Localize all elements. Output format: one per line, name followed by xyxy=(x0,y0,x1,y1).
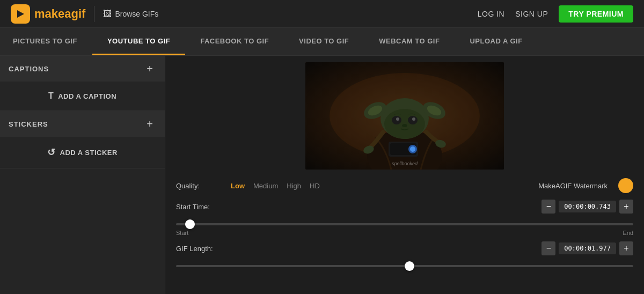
gif-length-slider-container xyxy=(172,259,638,274)
start-time-increase[interactable]: + xyxy=(619,200,633,214)
add-caption-action[interactable]: T ADD A CAPTION xyxy=(0,82,165,111)
quality-options: Low Medium High HD xyxy=(231,182,320,190)
controls: Quality: Low Medium High HD MakeAGIF Wat… xyxy=(172,170,638,276)
header-divider xyxy=(94,6,94,22)
browse-label: Browse GIFs xyxy=(115,10,158,18)
svg-point-9 xyxy=(410,146,415,152)
gif-length-control: − 00:00:01.977 + xyxy=(541,241,633,255)
slider-start-label: Start xyxy=(176,230,188,236)
logo-text: makeagif xyxy=(34,7,85,21)
start-time-row: Start Time: − 00:00:00.743 + xyxy=(172,196,638,217)
add-sticker-btn[interactable]: + xyxy=(143,117,156,130)
gif-length-label: GIF Length: xyxy=(176,245,224,253)
start-time-control: − 00:00:00.743 + xyxy=(541,200,633,214)
tab-facebook[interactable]: FACEBOOK TO GIF xyxy=(185,28,284,55)
logo-icon xyxy=(11,4,30,24)
tab-video-label: VIDEO TO GIF xyxy=(299,37,349,45)
svg-point-18 xyxy=(396,117,399,121)
gif-length-increase[interactable]: + xyxy=(619,241,633,255)
stickers-section: STICKERS + ↺ ADD A STICKER xyxy=(0,111,165,168)
tab-pictures[interactable]: PICTURES TO GIF xyxy=(0,28,92,55)
add-caption-btn[interactable]: + xyxy=(143,62,156,75)
browse-icon: 🖼 xyxy=(103,9,112,19)
svg-marker-0 xyxy=(17,10,24,18)
quality-row: Quality: Low Medium High HD MakeAGIF Wat… xyxy=(172,175,638,196)
stickers-title: STICKERS xyxy=(9,120,48,128)
gif-svg xyxy=(305,62,504,170)
start-time-label: Start Time: xyxy=(176,203,224,211)
gif-length-row: GIF Length: − 00:00:01.977 + xyxy=(172,238,638,259)
add-sticker-action[interactable]: ↺ ADD A STICKER xyxy=(0,137,165,168)
slider-end-label: End xyxy=(623,230,633,236)
start-time-slider-container: Start End xyxy=(172,217,638,238)
captions-title: CAPTIONS xyxy=(9,65,49,73)
slider-labels: Start End xyxy=(176,230,633,236)
watermark-label: MakeAGIF Watermark xyxy=(538,182,608,190)
tab-video[interactable]: VIDEO TO GIF xyxy=(284,28,364,55)
start-time-thumb[interactable] xyxy=(185,219,195,229)
stickers-header: STICKERS + xyxy=(0,111,165,137)
add-sticker-label: ADD A STICKER xyxy=(60,149,118,157)
nav-tabs: PICTURES TO GIF YOUTUBE TO GIF FACEBOOK … xyxy=(0,28,644,56)
gif-length-thumb[interactable] xyxy=(405,261,414,271)
tab-youtube[interactable]: YOUTUBE TO GIF xyxy=(92,28,185,55)
main-content: CAPTIONS + T ADD A CAPTION STICKERS + ↺ … xyxy=(0,56,644,294)
content-area: spellbooked Quality: Low Medium High HD … xyxy=(165,56,644,294)
caption-icon: T xyxy=(48,91,54,101)
sticker-icon: ↺ xyxy=(47,146,56,158)
quality-high[interactable]: High xyxy=(287,182,301,190)
browse-gifs-link[interactable]: 🖼 Browse GIFs xyxy=(103,9,158,19)
gif-preview: spellbooked xyxy=(305,62,504,170)
tab-upload-label: UPLOAD A GIF xyxy=(470,37,522,45)
signup-link[interactable]: SIGN UP xyxy=(515,10,548,18)
captions-section: CAPTIONS + T ADD A CAPTION xyxy=(0,56,165,111)
gif-length-decrease[interactable]: − xyxy=(541,241,555,255)
quality-low[interactable]: Low xyxy=(231,182,245,190)
quality-medium[interactable]: Medium xyxy=(253,182,278,190)
header: makeagif 🖼 Browse GIFs LOG IN SIGN UP TR… xyxy=(0,0,644,28)
tab-webcam-label: WEBCAM TO GIF xyxy=(379,37,440,45)
add-caption-label: ADD A CAPTION xyxy=(58,92,116,100)
quality-label: Quality: xyxy=(176,182,224,190)
start-time-decrease[interactable]: − xyxy=(541,200,555,214)
logo[interactable]: makeagif xyxy=(11,4,85,24)
tab-youtube-label: YOUTUBE TO GIF xyxy=(107,37,170,45)
captions-header: CAPTIONS + xyxy=(0,56,165,82)
login-link[interactable]: LOG IN xyxy=(478,10,504,18)
tab-webcam[interactable]: WEBCAM TO GIF xyxy=(364,28,455,55)
start-time-value: 00:00:00.743 xyxy=(559,201,616,212)
tab-pictures-label: PICTURES TO GIF xyxy=(13,37,77,45)
gif-length-value: 00:00:01.977 xyxy=(559,242,616,254)
gif-watermark: spellbooked xyxy=(392,161,418,166)
quality-hd[interactable]: HD xyxy=(310,182,320,190)
header-right: LOG IN SIGN UP TRY PREMIUM xyxy=(478,5,633,23)
watermark-toggle[interactable] xyxy=(618,178,633,193)
gif-length-track xyxy=(176,265,633,267)
premium-button[interactable]: TRY PREMIUM xyxy=(559,5,633,23)
tab-facebook-label: FACEBOOK TO GIF xyxy=(200,37,269,45)
svg-point-19 xyxy=(412,117,415,121)
svg-point-20 xyxy=(402,124,407,127)
sidebar: CAPTIONS + T ADD A CAPTION STICKERS + ↺ … xyxy=(0,56,165,294)
gif-preview-img: spellbooked xyxy=(305,62,504,170)
tab-upload[interactable]: UPLOAD A GIF xyxy=(455,28,537,55)
start-time-track xyxy=(176,223,633,225)
